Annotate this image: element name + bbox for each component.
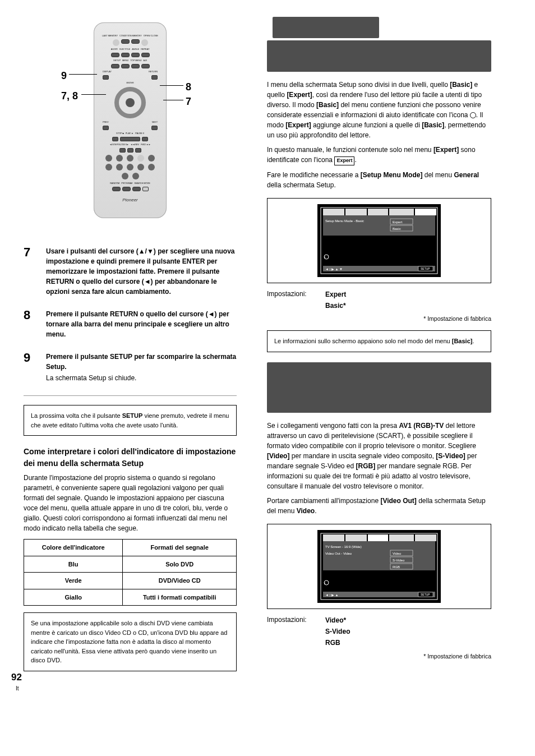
- callout-8-right: 8: [186, 80, 191, 95]
- callout-7-right: 7: [186, 94, 191, 109]
- svg-text:Video Out - Video: Video Out - Video: [325, 552, 352, 555]
- svg-text:Basic: Basic: [393, 227, 401, 231]
- section-title-bar-2: [267, 362, 491, 413]
- body-setup-menu-mode: Fare le modifiche necessarie a [Setup Me…: [267, 170, 491, 190]
- page-language: It: [16, 684, 19, 693]
- section-title-bar-1: [267, 40, 491, 72]
- page-number: 92: [11, 670, 22, 685]
- svg-text:◄ | ▶ ▲: ◄ | ▶ ▲: [325, 593, 338, 597]
- body-indicator-colors: Durante l'impostazione del proprio siste…: [24, 473, 237, 533]
- body-video-out-2: Portare cambiamenti all'impostazione [Vi…: [267, 496, 491, 516]
- settings-video-out: Impostazioni: Video* S-Video RGB: [267, 615, 491, 649]
- divider: [24, 395, 237, 396]
- info-circle-icon: [470, 112, 476, 118]
- svg-text:TV Screen - 16:9 (Wide): TV Screen - 16:9 (Wide): [325, 545, 362, 548]
- svg-rect-7: [323, 215, 435, 236]
- table-row: GialloTutti i formati compatibili: [24, 589, 237, 606]
- svg-text:RGB: RGB: [393, 565, 400, 569]
- table-row: VerdeDVD/Video CD: [24, 573, 237, 589]
- svg-rect-22: [345, 534, 367, 541]
- svg-text:Expert: Expert: [393, 220, 403, 224]
- settings-setup-menu-mode: Impostazioni: Expert Basic*: [267, 289, 491, 312]
- note-setup-memory: La prossima volta che il pulsante SETUP …: [24, 405, 237, 436]
- svg-text:Video: Video: [393, 552, 402, 555]
- section-header-bar-1: [273, 17, 379, 38]
- svg-rect-24: [389, 534, 414, 541]
- body-expert-icon: In questo manuale, le funzioni contenute…: [267, 145, 491, 165]
- note-basic-only: Le informazioni sullo schermo appaiono s…: [267, 330, 491, 352]
- svg-text:Setup Menu Mode - Basic: Setup Menu Mode - Basic: [325, 219, 364, 223]
- note-dvd-icon: Se una impostazione applicabile solo a d…: [24, 612, 237, 671]
- svg-text:SETUP: SETUP: [421, 593, 430, 596]
- remote-brand: Pioneer: [99, 197, 161, 204]
- table-row: BluSolo DVD: [24, 556, 237, 573]
- step-9: 9 Premere il pulsante SETUP per far scom…: [24, 352, 237, 383]
- callout-9: 9: [61, 68, 67, 84]
- diagram-video-out: TV Screen - 16:9 (Wide) Video Out - Vide…: [267, 524, 491, 609]
- diagram-setup-menu-mode: Setup Menu Mode - Basic Expert Basic i ◄…: [267, 198, 491, 283]
- step-7: 7 Usare i pulsanti del cursore (▲/▼) per…: [24, 246, 237, 297]
- svg-rect-3: [345, 209, 367, 215]
- body-video-out: Se i collegamenti vengono fatti con la p…: [267, 421, 491, 491]
- svg-text:◄ | ▶ ▲ ▼: ◄ | ▶ ▲ ▼: [325, 268, 343, 271]
- svg-rect-25: [415, 534, 436, 541]
- svg-rect-5: [389, 209, 414, 215]
- callout-7-8-left: 7, 8: [61, 89, 78, 104]
- svg-rect-21: [323, 534, 344, 541]
- heading-indicator-colors: Come interpretare i colori dell'indicato…: [24, 446, 237, 469]
- remote-control-illustration: 9 7, 8 8 7 LAST MEMORYCONDITION MEMORYOP…: [94, 22, 167, 218]
- footnote-factory-1: * Impostazione di fabbrica: [267, 315, 491, 324]
- svg-rect-23: [368, 534, 388, 541]
- svg-text:i: i: [325, 582, 325, 585]
- table-indicator-colors: Colore dell'indicatoreFormati del segnal…: [24, 539, 237, 606]
- body-menu-levels: I menu della schermata Setup sono divisi…: [267, 80, 491, 140]
- svg-rect-4: [368, 209, 388, 215]
- svg-text:SETUP: SETUP: [421, 267, 430, 270]
- svg-text:i: i: [325, 256, 325, 259]
- expert-badge-icon: Expert: [334, 156, 354, 165]
- svg-text:S-Video: S-Video: [393, 559, 405, 562]
- footnote-factory-2: * Impostazione di fabbrica: [267, 652, 491, 661]
- svg-rect-6: [415, 209, 436, 215]
- svg-rect-2: [323, 209, 344, 215]
- step-8: 8 Premere il pulsante RETURN o quello de…: [24, 309, 237, 339]
